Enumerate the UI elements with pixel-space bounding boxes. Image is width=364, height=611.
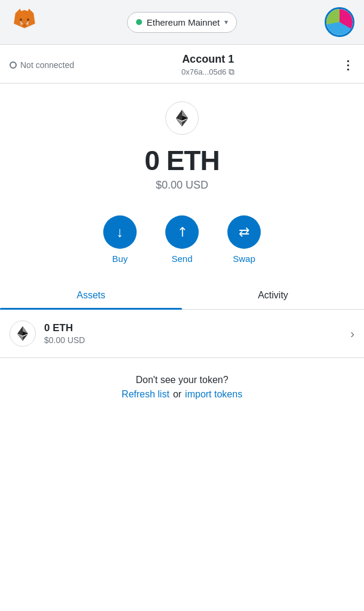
balance-eth: 0 ETH xyxy=(144,144,219,177)
refresh-list-link[interactable]: Refresh list xyxy=(122,389,169,400)
asset-chevron-right-icon: › xyxy=(350,327,354,341)
asset-eth-details: 0 ETH $0.00 USD xyxy=(44,322,350,345)
asset-eth-icon xyxy=(10,320,36,347)
buy-icon: ↓ xyxy=(116,224,124,240)
swap-button[interactable]: ⇄ Swap xyxy=(227,215,261,264)
tab-activity[interactable]: Activity xyxy=(182,282,364,309)
network-selector[interactable]: Ethereum Mainnet ▾ xyxy=(127,12,237,33)
asset-list: 0 ETH $0.00 USD › xyxy=(0,310,364,358)
swap-icon: ⇄ xyxy=(239,224,249,240)
send-icon: ↗ xyxy=(172,223,191,241)
send-button[interactable]: ↗ Send xyxy=(165,215,199,264)
asset-item-eth[interactable]: 0 ETH $0.00 USD › xyxy=(0,310,364,358)
disconnected-dot xyxy=(10,61,17,69)
balance-section: 0 ETH $0.00 USD xyxy=(0,84,364,203)
eth-logo-circle xyxy=(165,101,199,135)
token-or-text: or xyxy=(173,389,181,400)
network-status-dot xyxy=(136,19,142,25)
svg-point-7 xyxy=(27,18,29,21)
buy-button[interactable]: ↓ Buy xyxy=(103,215,137,264)
app-header: Ethereum Mainnet ▾ xyxy=(0,0,364,45)
balance-usd: $0.00 USD xyxy=(156,179,208,192)
buy-label: Buy xyxy=(112,254,128,264)
action-buttons: ↓ Buy ↗ Send ⇄ Swap xyxy=(0,203,364,282)
not-connected-label: Not connected xyxy=(20,60,74,70)
swap-label: Swap xyxy=(233,254,255,264)
account-info: Account 1 0x76a...05d6 ⧉ xyxy=(181,53,235,77)
token-links-row: Refresh list or import tokens xyxy=(122,389,242,400)
send-icon-circle: ↗ xyxy=(165,215,199,249)
svg-point-6 xyxy=(20,18,22,21)
account-address-text: 0x76a...05d6 xyxy=(181,67,226,76)
asset-eth-usd: $0.00 USD xyxy=(44,335,350,345)
copy-address-icon[interactable]: ⧉ xyxy=(229,67,235,77)
chevron-down-icon: ▾ xyxy=(224,18,228,26)
account-bar: Not connected Account 1 0x76a...05d6 ⧉ ⋮ xyxy=(0,45,364,84)
import-tokens-link[interactable]: import tokens xyxy=(185,389,242,400)
token-section: Don't see your token? Refresh list or im… xyxy=(0,358,364,412)
account-address-row: 0x76a...05d6 ⧉ xyxy=(181,67,235,77)
more-menu-button[interactable]: ⋮ xyxy=(342,58,354,72)
avatar-graphic xyxy=(326,9,353,35)
account-name[interactable]: Account 1 xyxy=(181,53,235,66)
tab-assets[interactable]: Assets xyxy=(0,282,182,309)
account-avatar[interactable] xyxy=(325,7,354,37)
buy-icon-circle: ↓ xyxy=(103,215,137,249)
network-label: Ethereum Mainnet xyxy=(147,17,220,27)
swap-icon-circle: ⇄ xyxy=(227,215,261,249)
token-question-text: Don't see your token? xyxy=(135,375,228,385)
send-label: Send xyxy=(171,254,192,264)
metamask-logo xyxy=(10,7,39,37)
tabs-bar: Assets Activity xyxy=(0,282,364,310)
asset-eth-amount: 0 ETH xyxy=(44,322,350,334)
connection-status: Not connected xyxy=(10,60,74,70)
